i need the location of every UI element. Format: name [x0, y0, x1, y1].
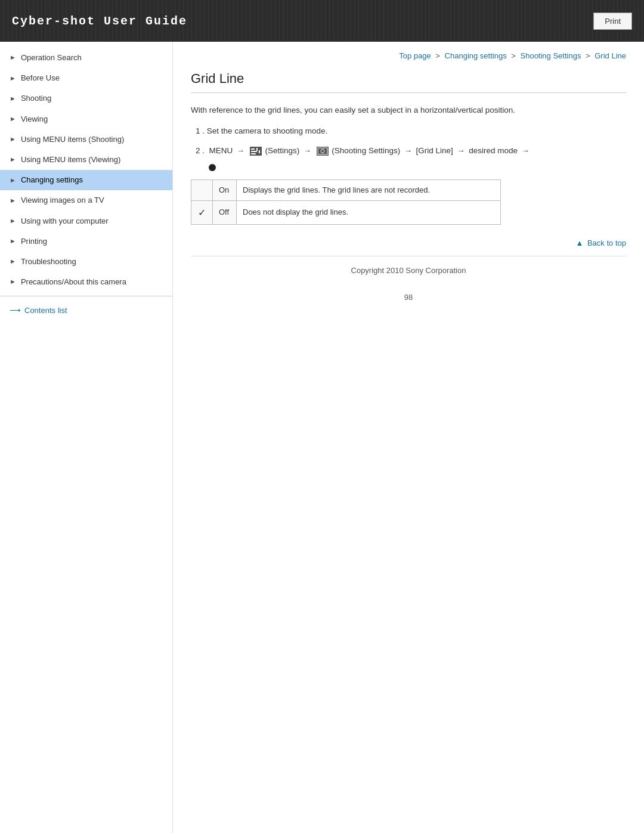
arrow-icon: ►	[10, 155, 16, 164]
footer: Copyright 2010 Sony Corporation	[191, 256, 626, 287]
sidebar-item-changing-settings[interactable]: ► Changing settings	[0, 170, 172, 190]
sidebar-divider	[0, 296, 172, 296]
table-cell-desc-off: Does not display the grid lines.	[237, 200, 501, 224]
breadcrumb-shooting-settings[interactable]: Shooting Settings	[521, 51, 581, 60]
breadcrumb-top[interactable]: Top page	[399, 51, 431, 60]
arrow-icon: ►	[10, 257, 16, 266]
step-2-shooting-label: (Shooting Settings)	[332, 146, 402, 155]
breadcrumb-sep-1: >	[435, 51, 442, 60]
svg-rect-3	[251, 153, 256, 154]
intro-paragraph: With reference to the grid lines, you ca…	[191, 104, 626, 117]
table-cell-option-off: Off	[213, 200, 237, 224]
svg-rect-4	[256, 148, 258, 151]
sidebar-item-before-use[interactable]: ► Before Use	[0, 68, 172, 88]
sidebar-item-label: Using MENU items (Shooting)	[21, 134, 124, 145]
arrow-icon: ►	[10, 53, 16, 62]
shooting-settings-icon	[317, 147, 329, 156]
breadcrumb-sep-2: >	[511, 51, 518, 60]
step-2-desired-mode-label: desired mode	[469, 146, 518, 155]
breadcrumb-grid-line[interactable]: Grid Line	[595, 51, 626, 60]
sidebar-item-label: Using MENU items (Viewing)	[21, 154, 120, 165]
contents-list-link[interactable]: ⟶ Contents list	[0, 300, 172, 321]
svg-rect-9	[321, 147, 323, 148]
sidebar-item-label: Precautions/About this camera	[21, 277, 126, 287]
sidebar-item-operation-search[interactable]: ► Operation Search	[0, 48, 172, 68]
svg-rect-2	[251, 151, 257, 152]
sidebar-item-label: Changing settings	[21, 175, 83, 185]
arrow-up-icon: ▲	[575, 239, 583, 247]
sidebar-item-menu-viewing[interactable]: ► Using MENU items (Viewing)	[0, 150, 172, 170]
sidebar-item-label: Shooting	[21, 93, 51, 104]
svg-rect-5	[259, 150, 260, 153]
back-to-top: ▲ Back to top	[191, 237, 626, 250]
arrow-icon: →	[522, 146, 530, 155]
header: Cyber-shot User Guide Print	[0, 0, 644, 42]
step-1-text: 1 . Set the camera to shooting mode.	[196, 126, 327, 135]
breadcrumb: Top page > Changing settings > Shooting …	[191, 51, 626, 60]
arrow-icon: ►	[10, 74, 16, 83]
settings-table: On Displays the grid lines. The grid lin…	[191, 179, 501, 225]
table-cell-desc-on: Displays the grid lines. The grid lines …	[237, 179, 501, 200]
table-row: On Displays the grid lines. The grid lin…	[191, 179, 501, 200]
arrow-icon: ►	[10, 94, 16, 103]
back-to-top-label: Back to top	[587, 239, 626, 247]
page-number: 98	[191, 287, 626, 314]
sidebar-item-label: Viewing images on a TV	[21, 195, 104, 206]
contents-list-label: Contents list	[24, 306, 67, 315]
sidebar-item-label: Before Use	[21, 73, 60, 83]
settings-icon	[250, 147, 262, 156]
step-2: 2 . MENU → (Settings) →	[196, 144, 626, 158]
copyright-text: Copyright 2010 Sony Corporation	[351, 266, 466, 275]
arrow-icon: ►	[10, 196, 16, 205]
arrow-icon: ►	[10, 176, 16, 185]
breadcrumb-changing-settings[interactable]: Changing settings	[445, 51, 507, 60]
sidebar-item-label: Using with your computer	[21, 216, 109, 227]
back-to-top-link[interactable]: ▲ Back to top	[575, 239, 626, 247]
sidebar: ► Operation Search ► Before Use ► Shooti…	[0, 42, 173, 833]
sidebar-item-viewing-tv[interactable]: ► Viewing images on a TV	[0, 190, 172, 210]
svg-rect-1	[251, 148, 255, 150]
arrow-icon: →	[237, 146, 247, 155]
table-cell-icon-off: ✓	[191, 200, 213, 224]
arrow-icon: →	[404, 146, 414, 155]
arrow-icon: ►	[10, 277, 16, 286]
sidebar-item-precautions[interactable]: ► Precautions/About this camera	[0, 272, 172, 292]
sidebar-item-label: Troubleshooting	[21, 256, 76, 267]
main-content: Top page > Changing settings > Shooting …	[173, 42, 644, 833]
print-button[interactable]: Print	[593, 13, 632, 30]
page-title: Grid Line	[191, 71, 626, 93]
sidebar-item-printing[interactable]: ► Printing	[0, 231, 172, 252]
arrow-right-icon: ⟶	[10, 306, 21, 315]
sidebar-item-label: Operation Search	[21, 52, 82, 63]
bullet-circle	[209, 164, 216, 171]
content-body: With reference to the grid lines, you ca…	[191, 104, 626, 250]
sidebar-item-troubleshooting[interactable]: ► Troubleshooting	[0, 252, 172, 272]
sidebar-item-menu-shooting[interactable]: ► Using MENU items (Shooting)	[0, 129, 172, 150]
sidebar-item-shooting[interactable]: ► Shooting	[0, 88, 172, 109]
sidebar-item-viewing[interactable]: ► Viewing	[0, 109, 172, 129]
sidebar-item-label: Viewing	[21, 114, 48, 125]
breadcrumb-sep-3: >	[586, 51, 592, 60]
page-layout: ► Operation Search ► Before Use ► Shooti…	[0, 42, 644, 833]
table-cell-option-on: On	[213, 179, 237, 200]
checkmark-icon: ✓	[198, 208, 206, 218]
app-title: Cyber-shot User Guide	[12, 14, 187, 28]
step-1: 1 . Set the camera to shooting mode.	[196, 125, 626, 138]
arrow-icon: →	[304, 146, 314, 155]
table-row: ✓ Off Does not display the grid lines.	[191, 200, 501, 224]
step-2-prefix: 2 . MENU	[196, 146, 233, 155]
step-2-settings-label: (Settings)	[265, 146, 302, 155]
sidebar-item-computer[interactable]: ► Using with your computer	[0, 211, 172, 231]
arrow-icon: ►	[10, 135, 16, 144]
table-cell-icon-on	[191, 179, 213, 200]
step-2-grid-line-label: [Grid Line]	[416, 146, 453, 155]
sidebar-item-label: Printing	[21, 236, 47, 247]
arrow-icon: ►	[10, 216, 16, 225]
arrow-icon: →	[457, 146, 467, 155]
arrow-icon: ►	[10, 114, 16, 123]
arrow-icon: ►	[10, 237, 16, 246]
